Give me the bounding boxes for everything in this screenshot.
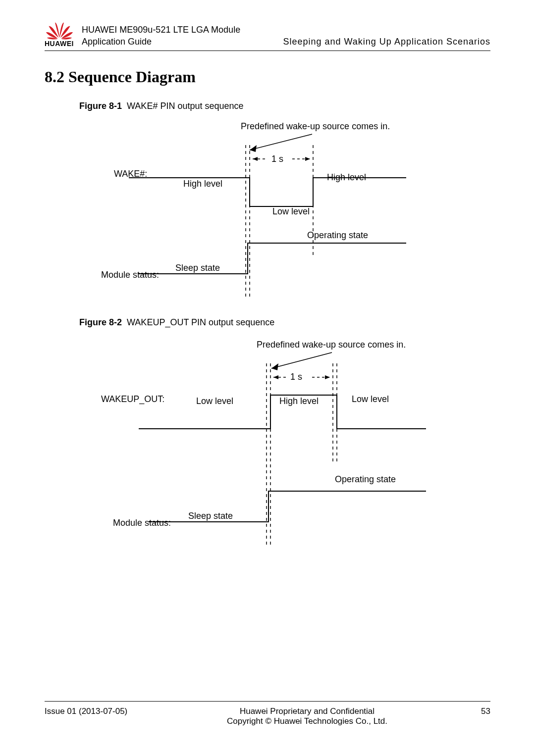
fig1-module-label: Module status:: [101, 270, 159, 280]
fig2-high: High level: [279, 396, 319, 406]
figure-caption-1: Figure 8-1 WAKE# PIN output sequence: [79, 101, 490, 111]
svg-marker-6: [253, 157, 258, 161]
fig2-module-label: Module status:: [113, 518, 171, 528]
logo: HUAWEI: [45, 20, 74, 48]
fig2-top-note: Predefined wake-up source comes in.: [257, 340, 406, 350]
page-number: 53: [461, 706, 490, 716]
footer-issue: Issue 01 (2013-07-05): [45, 706, 154, 716]
fig2-sleep: Sleep state: [188, 511, 233, 521]
sequence-diagram-2: Predefined wake-up source comes in. 1 s …: [79, 341, 436, 549]
fig1-low: Low level: [272, 206, 310, 217]
huawei-logo-icon: [46, 20, 73, 40]
fig2-low1: Low level: [196, 396, 233, 406]
fig1-sleep: Sleep state: [175, 263, 220, 273]
fig1-signal-label: WAKE#:: [114, 169, 147, 179]
svg-marker-16: [273, 375, 278, 379]
section-heading: 8.2 Sequence Diagram: [45, 68, 490, 86]
fig2-signal-label: WAKEUP_OUT:: [101, 394, 164, 404]
page-header: HUAWEI HUAWEI ME909u-521 LTE LGA Module …: [45, 20, 490, 51]
figure-caption-2: Figure 8-2 WAKEUP_OUT PIN output sequenc…: [79, 317, 490, 328]
svg-marker-4: [250, 145, 257, 152]
svg-line-13: [271, 353, 332, 368]
footer-copyright: Copyright © Huawei Technologies Co., Ltd…: [154, 716, 461, 726]
svg-marker-14: [271, 363, 278, 370]
doc-title: HUAWEI ME909u-521 LTE LGA Module: [82, 24, 490, 36]
figure-8-2: Figure 8-2 WAKEUP_OUT PIN output sequenc…: [79, 317, 490, 549]
svg-marker-8: [305, 157, 310, 161]
doc-subtitle-right: Sleeping and Waking Up Application Scena…: [283, 36, 490, 48]
fig1-high2: High level: [327, 172, 366, 183]
fig1-pulse-label: 1 s: [271, 154, 283, 164]
fig2-operating: Operating state: [335, 474, 396, 485]
doc-subtitle-left: Application Guide: [82, 36, 152, 48]
fig1-top-note: Predefined wake-up source comes in.: [241, 121, 390, 132]
fig1-high1: High level: [183, 179, 222, 189]
figure-8-1: Figure 8-1 WAKE# PIN output sequence: [79, 101, 490, 302]
svg-marker-18: [325, 375, 330, 379]
fig1-operating: Operating state: [307, 230, 368, 241]
svg-line-3: [250, 134, 312, 150]
fig2-pulse-label: 1 s: [290, 372, 302, 382]
sequence-diagram-1: Predefined wake-up source comes in. 1 s …: [79, 124, 436, 302]
page-footer: Issue 01 (2013-07-05) Huawei Proprietary…: [45, 701, 490, 726]
logo-text: HUAWEI: [45, 40, 74, 48]
fig2-low2: Low level: [352, 394, 389, 404]
footer-confidential: Huawei Proprietary and Confidential: [154, 706, 461, 716]
